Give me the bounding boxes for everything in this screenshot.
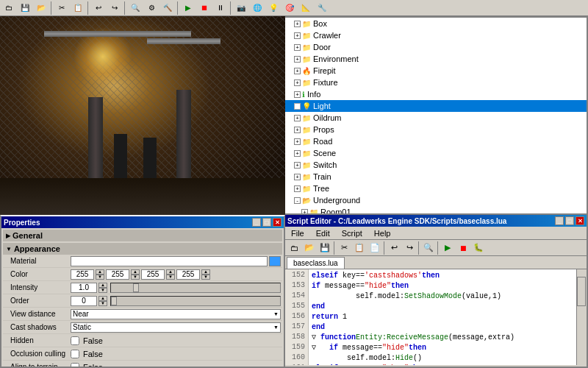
scene-tree[interactable]: + 📁 Box + 📁 Crawler + 📁 Door + 📁 Enviro <box>285 16 588 215</box>
tree-item-crawler[interactable]: + 📁 Crawler <box>285 29 587 41</box>
search-button[interactable]: 🔍 <box>128 1 143 15</box>
script-debug-btn[interactable]: 🐛 <box>471 241 486 255</box>
color-g-input[interactable] <box>106 269 129 280</box>
tree-item-tree[interactable]: + 📁 Tree <box>285 183 587 194</box>
intensity-up[interactable]: ▲ <box>98 283 107 288</box>
color-r-input[interactable] <box>71 269 94 280</box>
view-distance-dropdown[interactable]: Near ▼ <box>71 309 281 319</box>
script-redo-btn[interactable]: ↪ <box>402 241 417 255</box>
color-b-up[interactable]: ▲ <box>166 269 175 275</box>
tree-item-fixture[interactable]: + 📁 Fixture <box>285 77 587 88</box>
intensity-thumb[interactable] <box>133 283 139 292</box>
intensity-down[interactable]: ▼ <box>98 288 107 293</box>
tree-expand-box[interactable]: + <box>294 21 301 27</box>
tree-item-underground[interactable]: - 📂 Underground <box>285 194 587 206</box>
script-stop-btn[interactable]: ⏹ <box>456 241 470 255</box>
tree-item-road[interactable]: + 📁 Road <box>285 135 587 147</box>
script-close-button[interactable]: ✕ <box>576 216 584 225</box>
script-run-btn[interactable]: ▶ <box>440 241 455 255</box>
script-minimize-button[interactable]: _ <box>555 216 564 225</box>
cut-button[interactable]: ✂ <box>54 1 69 15</box>
viewport-3d[interactable] <box>0 16 285 215</box>
tree-item-switch[interactable]: + 📁 Switch <box>285 159 587 171</box>
tree-expand-oildrum[interactable]: + <box>294 115 301 121</box>
scrollbar-thumb[interactable] <box>577 277 586 306</box>
redo-button[interactable]: ↪ <box>107 1 122 15</box>
intensity-input[interactable] <box>71 283 97 293</box>
tree-expand-info[interactable]: + <box>294 91 301 98</box>
appearance-header[interactable]: ▼ Appearance <box>3 243 282 255</box>
script-cut-btn[interactable]: ✂ <box>337 241 351 255</box>
tree-item-info[interactable]: + ℹ Info <box>285 88 587 100</box>
tree-item-box[interactable]: + 📁 Box <box>285 18 587 29</box>
tree-expand-fixture[interactable]: + <box>294 79 301 86</box>
color-a-up[interactable]: ▲ <box>201 269 210 275</box>
new-button[interactable]: 🗀 <box>1 1 16 15</box>
script-copy-btn[interactable]: 📋 <box>352 241 367 255</box>
color-r-up[interactable]: ▲ <box>96 269 104 275</box>
material-field[interactable] <box>71 256 268 266</box>
color-b-input[interactable] <box>141 269 165 280</box>
world-button[interactable]: 🌐 <box>250 1 265 15</box>
tool-button[interactable]: 🔧 <box>315 1 329 15</box>
order-input[interactable] <box>71 296 97 306</box>
maximize-button[interactable]: □ <box>262 218 271 227</box>
play-button[interactable]: ▶ <box>181 1 196 15</box>
order-slider[interactable] <box>110 296 281 306</box>
color-g-down[interactable]: ▼ <box>131 275 140 280</box>
settings-button[interactable]: ⚙ <box>144 1 159 15</box>
target-button[interactable]: 🎯 <box>282 1 297 15</box>
occlusion-checkbox[interactable] <box>71 350 79 358</box>
order-down[interactable]: ▼ <box>98 301 107 306</box>
tree-expand-env[interactable]: + <box>294 56 301 63</box>
tree-expand-scene[interactable]: + <box>294 150 301 157</box>
color-a-input[interactable] <box>176 269 200 280</box>
general-header[interactable]: ▶ General <box>3 230 282 241</box>
script-new-btn[interactable]: 🗀 <box>287 241 301 255</box>
tree-expand-crawler[interactable]: + <box>294 32 301 39</box>
tree-item-scene[interactable]: + 📁 Scene <box>285 147 587 159</box>
script-paste-btn[interactable]: 📄 <box>368 241 382 255</box>
tree-expand-tree[interactable]: + <box>294 185 301 192</box>
light-button[interactable]: 💡 <box>266 1 281 15</box>
script-find-btn[interactable]: 🔍 <box>421 241 436 255</box>
tree-item-firepit[interactable]: + 🔥 Firepit <box>285 65 587 77</box>
menu-edit[interactable]: Edit <box>313 227 333 239</box>
tree-expand-light[interactable]: + <box>294 103 301 110</box>
tree-item-light[interactable]: + 💡 Light <box>285 100 587 112</box>
cast-shadows-dropdown[interactable]: Static ▼ <box>71 322 281 333</box>
material-picker-button[interactable] <box>269 256 281 266</box>
tree-item-door[interactable]: + 📁 Door <box>285 41 587 53</box>
pause-button[interactable]: ⏸ <box>213 1 228 15</box>
tree-expand-props[interactable]: + <box>294 127 301 133</box>
menu-script[interactable]: Script <box>339 227 365 239</box>
tree-expand-switch[interactable]: + <box>294 162 301 169</box>
color-r-down[interactable]: ▼ <box>96 275 104 280</box>
save-button[interactable]: 💾 <box>18 1 32 15</box>
minimize-button[interactable]: _ <box>252 218 261 227</box>
tree-item-props[interactable]: + 📁 Props <box>285 124 587 135</box>
script-open-btn[interactable]: 📂 <box>302 241 317 255</box>
build-button[interactable]: 🔨 <box>160 1 175 15</box>
tree-expand-firepit[interactable]: + <box>294 68 301 74</box>
color-a-down[interactable]: ▼ <box>201 275 210 280</box>
menu-file[interactable]: File <box>288 227 307 239</box>
tree-expand-underground[interactable]: - <box>294 197 301 204</box>
script-scrollbar[interactable] <box>576 269 587 365</box>
tree-item-oildrum[interactable]: + 📁 Oildrum <box>285 112 587 124</box>
undo-button[interactable]: ↩ <box>91 1 106 15</box>
tree-expand-train[interactable]: + <box>294 174 301 180</box>
stop-button[interactable]: ⏹ <box>197 1 212 15</box>
order-thumb[interactable] <box>111 297 117 305</box>
tree-item-train[interactable]: + 📁 Train <box>285 171 587 183</box>
ruler-button[interactable]: 📐 <box>298 1 313 15</box>
code-content[interactable]: elseif key=='castshadows' then if messag… <box>309 269 576 365</box>
tree-expand-road[interactable]: + <box>294 138 301 145</box>
color-b-down[interactable]: ▼ <box>166 275 175 280</box>
script-maximize-button[interactable]: □ <box>565 216 574 225</box>
script-tab-baseclass[interactable]: baseclass.lua <box>287 257 345 269</box>
open-button[interactable]: 📂 <box>34 1 49 15</box>
order-up[interactable]: ▲ <box>98 296 107 301</box>
intensity-slider[interactable] <box>110 283 281 293</box>
color-g-up[interactable]: ▲ <box>131 269 140 275</box>
